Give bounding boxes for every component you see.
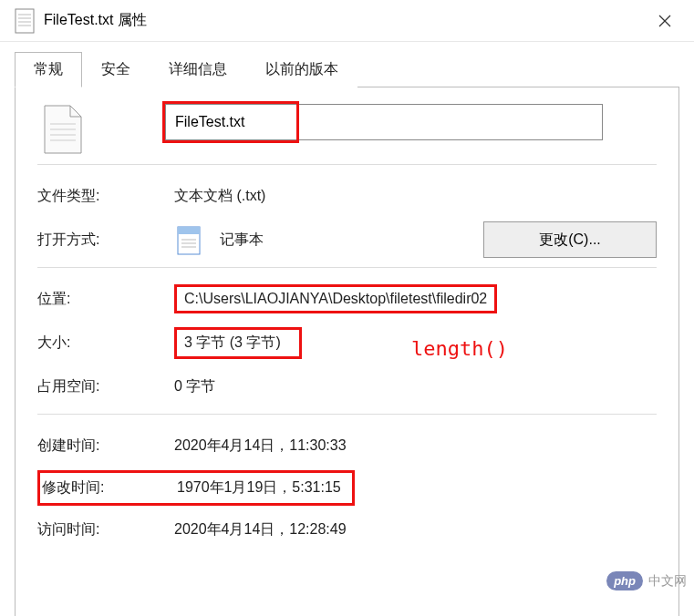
annotation-length: length() xyxy=(411,337,508,360)
tab-details[interactable]: 详细信息 xyxy=(150,52,246,87)
modified-value: 1970年1月19日，5:31:15 xyxy=(177,478,341,498)
highlight-size: 3 字节 (3 字节) xyxy=(174,327,302,359)
accessed-label: 访问时间: xyxy=(37,520,174,539)
created-label: 创建时间: xyxy=(37,436,174,456)
filename-input[interactable] xyxy=(165,104,603,140)
filename-row xyxy=(37,104,657,155)
divider xyxy=(37,414,657,415)
divider xyxy=(37,164,657,165)
window-title: FileTest.txt 属性 xyxy=(44,11,147,30)
tab-previous-versions[interactable]: 以前的版本 xyxy=(246,52,357,87)
size-on-disk-label: 占用空间: xyxy=(37,377,174,396)
close-icon xyxy=(658,15,671,27)
size-row: 大小: 3 字节 (3 字节) length() xyxy=(37,324,657,361)
filetype-value: 文本文档 (.txt) xyxy=(174,187,265,206)
titlebar: FileTest.txt 属性 xyxy=(0,0,694,42)
opens-with-label: 打开方式: xyxy=(37,231,174,250)
properties-panel: 文件类型: 文本文档 (.txt) 打开方式: 记事本 更改(C)... 位置:… xyxy=(15,87,679,616)
tab-general[interactable]: 常规 xyxy=(15,52,82,87)
created-row: 创建时间: 2020年4月14日，11:30:33 xyxy=(37,427,657,464)
modified-row: 修改时间: 1970年1月19日，5:31:15 xyxy=(37,469,657,506)
size-label: 大小: xyxy=(37,334,174,353)
created-value: 2020年4月14日，11:30:33 xyxy=(174,436,347,456)
accessed-row: 访问时间: 2020年4月14日，12:28:49 xyxy=(37,511,657,548)
file-icon xyxy=(15,8,35,34)
change-button[interactable]: 更改(C)... xyxy=(483,221,657,258)
divider xyxy=(37,267,657,268)
modified-label: 修改时间: xyxy=(42,478,177,498)
location-value: C:\Users\LIAOJIANYA\Desktop\filetest\fil… xyxy=(184,291,487,306)
tab-security[interactable]: 安全 xyxy=(82,52,150,87)
notepad-icon xyxy=(174,223,207,256)
svg-rect-13 xyxy=(178,227,200,234)
php-badge: php xyxy=(606,571,643,590)
filetype-row: 文件类型: 文本文档 (.txt) xyxy=(37,178,657,214)
size-value: 3 字节 (3 字节) xyxy=(184,334,281,350)
highlight-location: C:\Users\LIAOJIANYA\Desktop\filetest\fil… xyxy=(174,284,497,313)
location-row: 位置: C:\Users\LIAOJIANYA\Desktop\filetest… xyxy=(37,281,657,317)
close-button[interactable] xyxy=(643,0,687,42)
filetype-label: 文件类型: xyxy=(37,187,174,206)
location-label: 位置: xyxy=(37,290,174,309)
svg-rect-0 xyxy=(16,9,34,33)
accessed-value: 2020年4月14日，12:28:49 xyxy=(174,520,347,539)
size-on-disk-value: 0 字节 xyxy=(174,377,215,396)
watermark-text: 中文网 xyxy=(648,573,687,590)
highlight-modified: 修改时间: 1970年1月19日，5:31:15 xyxy=(37,470,355,506)
watermark: php 中文网 xyxy=(606,571,687,590)
size-on-disk-row: 占用空间: 0 字节 xyxy=(37,368,657,405)
tabs: 常规 安全 详细信息 以前的版本 xyxy=(0,42,694,87)
opens-with-app: 记事本 xyxy=(220,231,264,250)
file-large-icon xyxy=(43,104,83,155)
opens-with-row: 打开方式: 记事本 更改(C)... xyxy=(37,221,657,258)
